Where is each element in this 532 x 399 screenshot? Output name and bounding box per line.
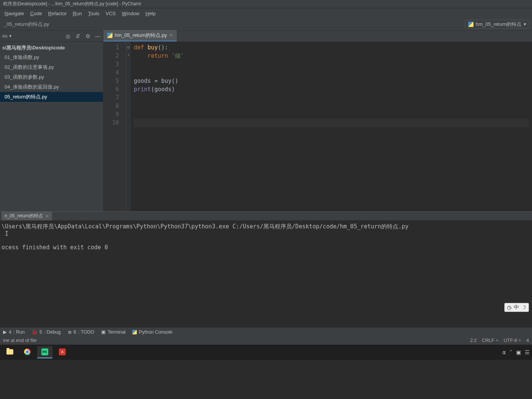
project-tree[interactable]: s\黑马程序员\Desktop\code 01_体验函数.py02_函数的注意事… bbox=[0, 42, 103, 103]
sidebar-title: es bbox=[2, 33, 8, 39]
tool-todo[interactable]: ≣6: TODO bbox=[68, 329, 95, 335]
locate-icon[interactable]: ◎ bbox=[65, 33, 71, 39]
python-icon bbox=[107, 33, 112, 38]
fold-gutter: ⊟ └ bbox=[126, 42, 131, 211]
fold-icon[interactable]: ⊟ bbox=[126, 43, 131, 52]
tree-file[interactable]: 04_体验函数的返回值.py bbox=[0, 82, 103, 92]
project-sidebar: es ▾ ◎ ⇵ ⚙ — s\黑马程序员\Desktop\code 01_体验函… bbox=[0, 30, 103, 211]
tray-icon[interactable]: ☰ bbox=[525, 349, 530, 355]
gear-icon[interactable]: ⚙ bbox=[85, 33, 91, 39]
run-panel-tab[interactable]: n_05_return的特点 ✕ bbox=[2, 212, 52, 220]
pdf-icon: A bbox=[59, 348, 66, 355]
close-icon[interactable]: ✕ bbox=[45, 214, 49, 219]
tree-file[interactable]: 02_函数的注意事项.py bbox=[0, 62, 103, 72]
run-config-selector[interactable]: hm_05_return的特点 ▾ bbox=[465, 20, 530, 29]
close-icon[interactable]: ✕ bbox=[169, 33, 173, 38]
menu-run[interactable]: Run bbox=[70, 10, 85, 17]
pycharm-icon: PC bbox=[41, 348, 48, 355]
list-icon: ≣ bbox=[68, 329, 72, 335]
folder-icon bbox=[6, 349, 13, 355]
python-icon bbox=[132, 330, 137, 334]
taskbar: PC A ⍺ ˄ ▣ ☰ bbox=[0, 345, 532, 360]
tool-terminal[interactable]: ▣Terminal bbox=[101, 329, 125, 335]
run-panel: n_05_return的特点 ✕ \Users\黑马程序员\AppData\Lo… bbox=[0, 211, 532, 327]
taskbar-pycharm[interactable]: PC bbox=[37, 346, 52, 358]
menu-bar: Navigate Code Refactor Run Tools VCS Win… bbox=[0, 8, 532, 18]
status-message: ine at end of file bbox=[3, 338, 36, 343]
fold-end-icon: └ bbox=[126, 52, 131, 60]
menu-refactor[interactable]: Refactor bbox=[45, 10, 70, 17]
sidebar-header: es ▾ ◎ ⇵ ⚙ — bbox=[0, 30, 103, 42]
cursor-position[interactable]: 2:2 bbox=[470, 338, 477, 343]
tree-file[interactable]: 01_体验函数.py bbox=[0, 52, 103, 62]
run-icon: ▶ bbox=[3, 329, 7, 335]
taskbar-chrome[interactable] bbox=[20, 346, 35, 358]
menu-navigate[interactable]: Navigate bbox=[2, 10, 27, 17]
encoding[interactable]: UTF-8 ÷ bbox=[504, 338, 521, 343]
code-editor[interactable]: 12345678910 ⊟ └ def buy(): return '烟' go… bbox=[103, 42, 532, 211]
python-icon bbox=[468, 22, 473, 27]
menu-window[interactable]: Window bbox=[119, 10, 142, 17]
line-separator[interactable]: CRLF ÷ bbox=[482, 338, 498, 343]
tree-file[interactable]: 03_函数的参数.py bbox=[0, 72, 103, 82]
tab-label: hm_05_return的特点.py bbox=[115, 32, 167, 39]
run-config-label: hm_05_return的特点 bbox=[476, 21, 521, 28]
ime-indicator[interactable]: ◷ 中 ☽ bbox=[504, 303, 529, 312]
people-icon[interactable]: ⍺ bbox=[502, 349, 506, 355]
chrome-icon bbox=[24, 348, 31, 355]
menu-tools[interactable]: Tools bbox=[85, 10, 102, 17]
menu-help[interactable]: Help bbox=[142, 10, 159, 17]
title-text: 程序员\Desktop\code] - ...\hm_05_return的特点.… bbox=[3, 1, 141, 7]
run-tab-label: n_05_return的特点 bbox=[5, 213, 43, 219]
chevron-down-icon: ▾ bbox=[524, 21, 526, 27]
tray-icon[interactable]: ▣ bbox=[516, 349, 521, 355]
system-tray[interactable]: ⍺ ˄ ▣ ☰ bbox=[502, 349, 530, 355]
console-output[interactable]: \Users\黑马程序员\AppData\Local\Programs\Pyth… bbox=[0, 221, 532, 327]
navigation-bar: _05_return的特点.py hm_05_return的特点 ▾ bbox=[0, 18, 532, 30]
tree-root[interactable]: s\黑马程序员\Desktop\code bbox=[0, 43, 103, 52]
taskbar-explorer[interactable] bbox=[2, 346, 17, 358]
code-content[interactable]: def buy(): return '烟' goods = buy()print… bbox=[131, 42, 532, 211]
gauge-icon: ◷ bbox=[507, 304, 511, 310]
minimize-icon[interactable]: — bbox=[95, 33, 101, 39]
taskbar-pdf[interactable]: A bbox=[55, 346, 70, 358]
tool-python-console[interactable]: Python Console bbox=[132, 329, 172, 335]
title-bar: 程序员\Desktop\code] - ...\hm_05_return的特点.… bbox=[0, 0, 532, 8]
tree-file[interactable]: 05_return的特点.py bbox=[0, 92, 103, 102]
menu-code[interactable]: Code bbox=[27, 10, 45, 17]
ime-lang: 中 bbox=[514, 304, 519, 311]
tool-debug[interactable]: 🐞5: Debug bbox=[32, 329, 61, 335]
moon-icon: ☽ bbox=[521, 304, 526, 310]
status-bar: ine at end of file 2:2 CRLF ÷ UTF-8 ÷ 4 bbox=[0, 336, 532, 345]
indent[interactable]: 4 bbox=[526, 338, 529, 343]
main-area: es ▾ ◎ ⇵ ⚙ — s\黑马程序员\Desktop\code 01_体验函… bbox=[0, 30, 532, 211]
chevron-down-icon[interactable]: ▾ bbox=[9, 33, 12, 39]
bottom-tool-bar: ▶4: Run 🐞5: Debug ≣6: TODO ▣Terminal Pyt… bbox=[0, 327, 532, 336]
chevron-up-icon[interactable]: ˄ bbox=[510, 349, 512, 355]
editor-tab[interactable]: hm_05_return的特点.py ✕ bbox=[103, 30, 177, 41]
terminal-icon: ▣ bbox=[101, 329, 106, 335]
breadcrumb[interactable]: _05_return的特点.py bbox=[2, 21, 49, 28]
editor-area: hm_05_return的特点.py ✕ 12345678910 ⊟ └ def… bbox=[103, 30, 532, 211]
tool-run[interactable]: ▶4: Run bbox=[3, 329, 25, 335]
bug-icon: 🐞 bbox=[32, 329, 38, 335]
menu-vcs[interactable]: VCS bbox=[103, 10, 119, 17]
editor-tab-bar: hm_05_return的特点.py ✕ bbox=[103, 30, 532, 42]
run-panel-tabs: n_05_return的特点 ✕ bbox=[0, 212, 532, 221]
line-gutter: 12345678910 bbox=[103, 42, 126, 211]
collapse-icon[interactable]: ⇵ bbox=[75, 33, 81, 39]
